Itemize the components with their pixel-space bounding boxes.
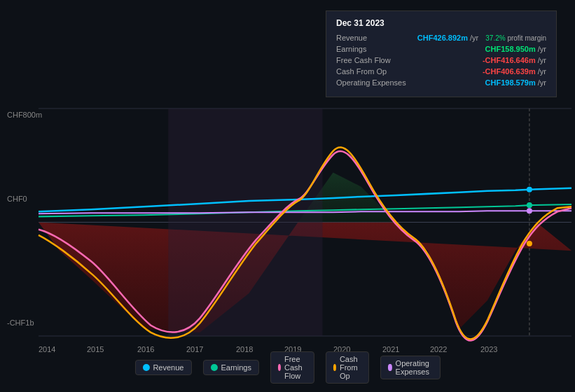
tooltip-label-fcf: Free Cash Flow (336, 56, 391, 64)
x-label-2015: 2015 (87, 345, 104, 354)
legend-label-opex: Operating Expenses (396, 359, 433, 376)
y-label-mid: CHF0 (7, 195, 27, 203)
chart-tooltip: Dec 31 2023 Revenue CHF426.892m /yr 37.2… (326, 10, 557, 97)
chart-legend: Revenue Earnings Free Cash Flow Cash Fro… (134, 351, 440, 384)
dot-earnings (527, 202, 532, 208)
tooltip-value-fcf: -CHF416.646m /yr (483, 56, 546, 64)
tooltip-row-fcf: Free Cash Flow -CHF416.646m /yr (336, 56, 546, 64)
tooltip-value-earnings: CHF158.950m /yr (485, 45, 546, 53)
tooltip-label-cfo: Cash From Op (336, 67, 387, 76)
tooltip-label-revenue: Revenue (336, 34, 367, 42)
tooltip-row-earnings: Earnings CHF158.950m /yr (336, 45, 546, 53)
legend-revenue[interactable]: Revenue (134, 360, 191, 375)
y-label-top: CHF800m (7, 111, 42, 119)
shaded-region (168, 108, 322, 336)
tooltip-value-revenue: CHF426.892m /yr (417, 34, 478, 42)
legend-opex[interactable]: Operating Expenses (380, 356, 440, 379)
x-label-2023: 2023 (480, 345, 497, 354)
legend-dot-earnings (210, 364, 217, 371)
legend-fcf[interactable]: Free Cash Flow (270, 351, 314, 384)
tooltip-row-opex: Operating Expenses CHF198.579m /yr (336, 78, 546, 87)
legend-label-earnings: Earnings (221, 363, 251, 372)
chart-container: Dec 31 2023 Revenue CHF426.892m /yr 37.2… (0, 0, 575, 392)
chart-svg (39, 108, 571, 336)
dot-cfo (527, 241, 532, 246)
legend-earnings[interactable]: Earnings (202, 360, 258, 375)
tooltip-value-opex: CHF198.579m /yr (485, 78, 546, 87)
tooltip-label-earnings: Earnings (336, 45, 366, 53)
legend-dot-cfo (333, 364, 336, 371)
tooltip-row-revenue: Revenue CHF426.892m /yr 37.2% profit mar… (336, 34, 546, 42)
chart-area (39, 108, 571, 336)
y-label-bottom: -CHF1b (7, 318, 34, 327)
legend-label-revenue: Revenue (153, 363, 183, 372)
legend-dot-revenue (142, 364, 149, 371)
legend-label-cfo: Cash From Op (340, 355, 361, 380)
legend-label-fcf: Free Cash Flow (284, 355, 307, 380)
legend-dot-opex (388, 364, 392, 371)
legend-cfo[interactable]: Cash From Op (326, 351, 370, 384)
tooltip-margin: 37.2% profit margin (485, 34, 546, 42)
dot-opex (527, 208, 532, 214)
dot-revenue (527, 187, 532, 192)
x-label-2014: 2014 (39, 345, 55, 354)
tooltip-value-cfo: -CHF406.639m /yr (483, 67, 546, 76)
tooltip-row-cfo: Cash From Op -CHF406.639m /yr (336, 67, 546, 76)
tooltip-label-opex: Operating Expenses (336, 78, 406, 87)
legend-dot-fcf (278, 364, 281, 371)
tooltip-date: Dec 31 2023 (336, 18, 546, 28)
